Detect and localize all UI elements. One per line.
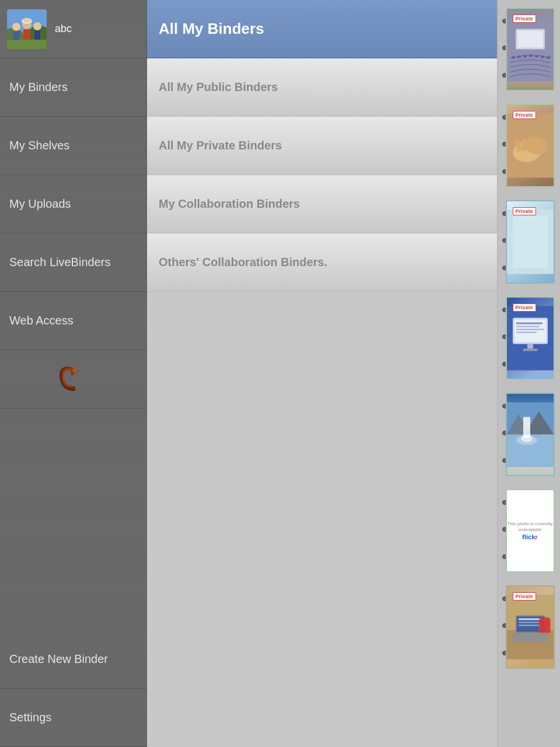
sidebar-item-label: Settings [9, 711, 51, 724]
svg-rect-18 [535, 55, 538, 58]
binder-thumb-7[interactable]: Private [501, 581, 557, 671]
svg-rect-54 [519, 622, 539, 623]
sidebar-profile[interactable]: abc [0, 0, 146, 58]
svg-rect-7 [23, 29, 30, 40]
binder-thumb-4[interactable]: Private [501, 292, 557, 382]
avatar [7, 9, 47, 49]
svg-rect-20 [547, 57, 550, 59]
sidebar-item-create-new-binder[interactable]: Create New Binder [0, 630, 146, 689]
svg-rect-22 [517, 31, 543, 48]
sidebar-item-label: Web Access [9, 314, 74, 327]
svg-rect-3 [7, 40, 47, 49]
svg-rect-56 [513, 633, 548, 642]
sidebar-item-label: My Binders [9, 81, 68, 94]
right-column: Private [497, 0, 560, 747]
svg-rect-17 [529, 55, 533, 57]
svg-rect-16 [523, 55, 527, 58]
sidebar: abc My Binders My Shelves My Uploads Sea… [0, 0, 147, 747]
private-label: Private [513, 592, 536, 601]
binder-row-label: All My Public Binders [159, 81, 278, 94]
sidebar-item-label: My Uploads [9, 197, 71, 211]
binder-row-all-private[interactable]: All My Private Binders [147, 117, 497, 175]
page-title: All My Binders [159, 20, 264, 38]
svg-rect-15 [517, 56, 521, 58]
private-label: Private [513, 111, 536, 119]
svg-marker-12 [71, 366, 79, 376]
sidebar-item-label: My Shelves [9, 139, 69, 152]
binder-cover: Private [506, 585, 555, 669]
svg-rect-55 [519, 625, 541, 626]
top-bar: All My Binders [147, 0, 497, 58]
svg-rect-58 [540, 617, 550, 633]
svg-point-8 [33, 22, 41, 30]
binder-cover: Private [506, 200, 555, 284]
sidebar-item-settings[interactable]: Settings [0, 689, 146, 747]
svg-point-4 [12, 23, 20, 31]
binder-cover: This photo is currently unavailable flic… [506, 489, 555, 573]
username-label: abc [55, 23, 72, 35]
main-content: All My Binders All My Public Binders All… [147, 0, 497, 747]
sidebar-icon-area[interactable] [0, 350, 146, 409]
binder-row-label: My Collaboration Binders [159, 197, 300, 211]
binder-cover: Private [506, 296, 555, 380]
binder-cover: Private [506, 104, 555, 187]
binder-thumb-3[interactable]: Private [501, 196, 557, 286]
flickr-unavailable-text: This photo is currently unavailable [507, 521, 554, 532]
sidebar-item-my-uploads[interactable]: My Uploads [0, 175, 146, 233]
binder-row-label: All My Private Binders [159, 139, 282, 152]
binder-cover: Private [506, 8, 555, 91]
sidebar-item-label: Search LiveBinders [9, 256, 110, 269]
bottom-content [147, 292, 497, 747]
sidebar-item-label: Create New Binder [9, 652, 108, 666]
binder-thumb-2[interactable]: Private [501, 99, 557, 190]
flickr-logo: flickr [522, 533, 537, 540]
sidebar-item-web-access[interactable]: Web Access [0, 292, 146, 350]
binder-thumb-1[interactable]: Private [501, 3, 557, 93]
svg-point-48 [516, 436, 537, 445]
svg-rect-53 [519, 619, 542, 620]
sidebar-item-search-livebinders[interactable]: Search LiveBinders [0, 233, 146, 292]
binder-rows: All My Public Binders All My Private Bin… [147, 58, 497, 292]
binder-row-label: Others' Collaboration Binders. [159, 256, 327, 269]
svg-rect-37 [516, 329, 544, 330]
sidebar-item-my-shelves[interactable]: My Shelves [0, 117, 146, 175]
svg-rect-19 [541, 56, 544, 58]
svg-rect-40 [523, 349, 538, 351]
svg-rect-38 [516, 332, 537, 333]
binder-cover [506, 393, 555, 476]
sidebar-item-my-binders[interactable]: My Binders [0, 58, 146, 117]
private-label: Private [513, 15, 536, 23]
binder-row-my-collaboration[interactable]: My Collaboration Binders [147, 175, 497, 233]
binder-thumb-6[interactable]: This photo is currently unavailable flic… [501, 484, 557, 575]
thumb-image: This photo is currently unavailable flic… [507, 490, 554, 571]
binder-row-others-collaboration[interactable]: Others' Collaboration Binders. [147, 233, 497, 292]
private-label: Private [513, 303, 536, 312]
thumb-image [507, 394, 554, 475]
svg-rect-11 [23, 19, 30, 22]
svg-rect-5 [13, 31, 19, 40]
svg-rect-31 [513, 216, 548, 268]
svg-rect-46 [523, 417, 530, 438]
svg-rect-9 [34, 30, 40, 40]
svg-rect-35 [516, 323, 542, 324]
sidebar-spacer [0, 409, 146, 630]
binder-row-all-public[interactable]: All My Public Binders [147, 58, 497, 117]
svg-rect-39 [527, 344, 533, 349]
private-label: Private [513, 207, 536, 215]
share-arrow-icon[interactable] [56, 362, 91, 397]
svg-rect-36 [516, 326, 540, 327]
binder-thumb-5[interactable] [501, 388, 557, 479]
svg-rect-14 [512, 57, 515, 59]
